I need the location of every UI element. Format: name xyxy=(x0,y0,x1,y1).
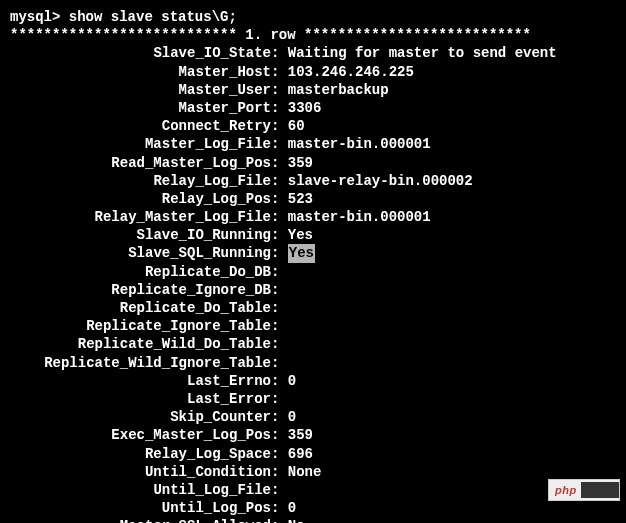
status-value: 696 xyxy=(288,445,313,463)
status-row: Connect_Retry: 60 xyxy=(10,117,616,135)
status-value: 359 xyxy=(288,426,313,444)
separator: : xyxy=(271,99,288,117)
status-row: Skip_Counter: 0 xyxy=(10,408,616,426)
status-key: Last_Error xyxy=(10,390,271,408)
status-row: Slave_IO_State: Waiting for master to se… xyxy=(10,44,616,62)
status-value: Waiting for master to send event xyxy=(288,44,557,62)
status-row: Relay_Master_Log_File: master-bin.000001 xyxy=(10,208,616,226)
status-key: Slave_IO_Running xyxy=(10,226,271,244)
separator: : xyxy=(271,172,288,190)
status-row: Until_Condition: None xyxy=(10,463,616,481)
status-value: 0 xyxy=(288,372,296,390)
status-value: master-bin.000001 xyxy=(288,135,431,153)
status-key: Replicate_Ignore_Table xyxy=(10,317,271,335)
separator: : xyxy=(271,445,288,463)
status-row: Master_SSL_Allowed: No xyxy=(10,517,616,523)
status-value: 523 xyxy=(288,190,313,208)
status-row: Relay_Log_Space: 696 xyxy=(10,445,616,463)
status-row: Relay_Log_Pos: 523 xyxy=(10,190,616,208)
separator: : xyxy=(271,499,288,517)
status-key: Exec_Master_Log_Pos xyxy=(10,426,271,444)
watermark-text: php xyxy=(555,483,577,497)
row-header: *************************** 1. row *****… xyxy=(10,26,616,44)
status-value: 0 xyxy=(288,499,296,517)
status-row: Slave_SQL_Running: Yes xyxy=(10,244,616,262)
status-row: Replicate_Do_DB: xyxy=(10,263,616,281)
separator: : xyxy=(271,517,288,523)
status-value: slave-relay-bin.000002 xyxy=(288,172,473,190)
separator: : xyxy=(271,135,288,153)
separator: : xyxy=(271,281,288,299)
status-row: Master_Host: 103.246.246.225 xyxy=(10,63,616,81)
status-row: Relay_Log_File: slave-relay-bin.000002 xyxy=(10,172,616,190)
separator: : xyxy=(271,226,288,244)
status-value: 3306 xyxy=(288,99,322,117)
status-key: Master_Port xyxy=(10,99,271,117)
separator: : xyxy=(271,190,288,208)
status-key: Connect_Retry xyxy=(10,117,271,135)
status-key: Replicate_Wild_Do_Table xyxy=(10,335,271,353)
status-key: Master_User xyxy=(10,81,271,99)
status-value: None xyxy=(288,463,322,481)
status-key: Slave_SQL_Running xyxy=(10,244,271,262)
status-key: Skip_Counter xyxy=(10,408,271,426)
status-rows: Slave_IO_State: Waiting for master to se… xyxy=(10,44,616,523)
watermark-badge: php xyxy=(548,479,620,501)
status-key: Replicate_Do_Table xyxy=(10,299,271,317)
status-value: Yes xyxy=(288,244,315,262)
status-key: Relay_Log_Pos xyxy=(10,190,271,208)
status-key: Until_Condition xyxy=(10,463,271,481)
status-key: Replicate_Do_DB xyxy=(10,263,271,281)
status-value: 0 xyxy=(288,408,296,426)
status-value: 359 xyxy=(288,154,313,172)
status-key: Last_Errno xyxy=(10,372,271,390)
status-value: 60 xyxy=(288,117,305,135)
separator: : xyxy=(271,354,288,372)
separator: : xyxy=(271,390,288,408)
status-key: Master_Log_File xyxy=(10,135,271,153)
separator: : xyxy=(271,481,288,499)
status-key: Replicate_Wild_Ignore_Table xyxy=(10,354,271,372)
status-key: Master_Host xyxy=(10,63,271,81)
status-row: Replicate_Wild_Ignore_Table: xyxy=(10,354,616,372)
status-key: Until_Log_Pos xyxy=(10,499,271,517)
status-key: Relay_Log_Space xyxy=(10,445,271,463)
separator: : xyxy=(271,317,288,335)
separator: : xyxy=(271,208,288,226)
separator: : xyxy=(271,244,288,262)
status-row: Exec_Master_Log_Pos: 359 xyxy=(10,426,616,444)
separator: : xyxy=(271,63,288,81)
separator: : xyxy=(271,426,288,444)
status-key: Relay_Master_Log_File xyxy=(10,208,271,226)
status-value: master-bin.000001 xyxy=(288,208,431,226)
separator: : xyxy=(271,299,288,317)
status-row: Replicate_Wild_Do_Table: xyxy=(10,335,616,353)
status-value: 103.246.246.225 xyxy=(288,63,414,81)
separator: : xyxy=(271,372,288,390)
status-row: Read_Master_Log_Pos: 359 xyxy=(10,154,616,172)
status-key: Relay_Log_File xyxy=(10,172,271,190)
status-row: Master_Log_File: master-bin.000001 xyxy=(10,135,616,153)
status-value: masterbackup xyxy=(288,81,389,99)
status-row: Slave_IO_Running: Yes xyxy=(10,226,616,244)
status-row: Master_User: masterbackup xyxy=(10,81,616,99)
status-key: Read_Master_Log_Pos xyxy=(10,154,271,172)
status-value: No xyxy=(288,517,305,523)
status-key: Slave_IO_State xyxy=(10,44,271,62)
command-prompt: mysql> show slave status\G; xyxy=(10,8,616,26)
status-row: Master_Port: 3306 xyxy=(10,99,616,117)
status-key: Replicate_Ignore_DB xyxy=(10,281,271,299)
separator: : xyxy=(271,44,288,62)
separator: : xyxy=(271,263,288,281)
status-value: Yes xyxy=(288,226,313,244)
separator: : xyxy=(271,154,288,172)
status-row: Until_Log_File: xyxy=(10,481,616,499)
status-key: Master_SSL_Allowed xyxy=(10,517,271,523)
status-row: Replicate_Do_Table: xyxy=(10,299,616,317)
status-key: Until_Log_File xyxy=(10,481,271,499)
separator: : xyxy=(271,463,288,481)
watermark-dark xyxy=(581,482,619,498)
separator: : xyxy=(271,81,288,99)
status-row: Replicate_Ignore_DB: xyxy=(10,281,616,299)
status-row: Last_Error: xyxy=(10,390,616,408)
